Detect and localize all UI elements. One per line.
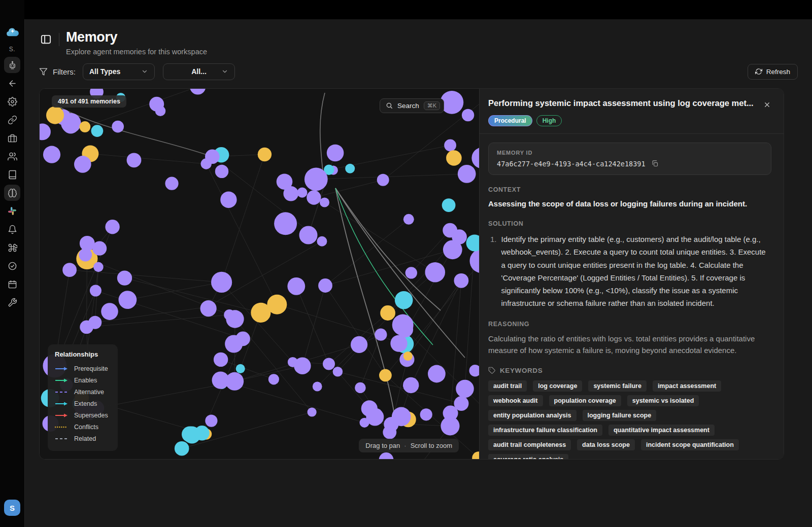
memory-node[interactable]: [403, 214, 414, 224]
sidebar-item-notifications[interactable]: [4, 221, 20, 237]
memory-node[interactable]: [236, 364, 245, 373]
memory-node[interactable]: [441, 416, 459, 435]
memory-node[interactable]: [274, 212, 297, 235]
memory-node[interactable]: [214, 352, 228, 366]
sidebar-item-workspace[interactable]: [4, 130, 20, 146]
memory-node[interactable]: [471, 147, 479, 168]
memory-node[interactable]: [469, 365, 480, 376]
memory-node[interactable]: [258, 147, 272, 161]
memory-node[interactable]: [470, 249, 480, 273]
sidebar-item-slack[interactable]: [4, 203, 20, 219]
memory-node[interactable]: [442, 198, 456, 212]
memory-node[interactable]: [397, 321, 413, 337]
memory-node[interactable]: [212, 371, 229, 389]
memory-node[interactable]: [202, 302, 212, 312]
memory-node[interactable]: [220, 191, 236, 207]
memory-node[interactable]: [211, 271, 232, 292]
memory-node[interactable]: [46, 106, 64, 124]
memory-node[interactable]: [112, 120, 124, 132]
memory-node[interactable]: [395, 291, 413, 309]
sidebar-item-calendar[interactable]: [4, 276, 20, 292]
memory-node[interactable]: [194, 426, 209, 440]
sidebar-item-notebook[interactable]: [4, 166, 20, 183]
memory-node[interactable]: [74, 156, 91, 173]
memory-node[interactable]: [308, 407, 317, 416]
memory-node[interactable]: [420, 408, 432, 420]
memory-node[interactable]: [268, 374, 279, 384]
sidebar-item-memory-active[interactable]: [4, 185, 20, 201]
memory-node[interactable]: [466, 234, 480, 251]
memory-node[interactable]: [355, 382, 365, 393]
memory-node[interactable]: [446, 150, 462, 166]
memory-node[interactable]: [93, 262, 104, 272]
memory-node[interactable]: [452, 229, 467, 244]
sidebar-item-tools[interactable]: [4, 294, 20, 310]
memory-node[interactable]: [43, 146, 60, 163]
memory-node[interactable]: [375, 328, 387, 340]
memory-node[interactable]: [462, 109, 474, 121]
memory-node[interactable]: [383, 425, 396, 439]
sidebar-item-settings[interactable]: [4, 93, 20, 110]
search-input[interactable]: Search ⌘K: [380, 98, 444, 113]
memory-node[interactable]: [90, 285, 101, 296]
memory-graph-canvas[interactable]: 491 of 491 memories Search ⌘K Relationsh…: [40, 89, 479, 459]
memory-node[interactable]: [287, 277, 305, 295]
memory-node[interactable]: [403, 377, 419, 393]
memory-node[interactable]: [403, 352, 413, 361]
memory-node[interactable]: [307, 190, 321, 204]
memory-node[interactable]: [62, 263, 77, 277]
memory-node[interactable]: [428, 365, 446, 382]
close-panel-button[interactable]: [761, 99, 772, 111]
memory-node[interactable]: [40, 123, 51, 140]
memory-node[interactable]: [117, 270, 132, 285]
memory-node[interactable]: [283, 186, 298, 201]
memory-node[interactable]: [225, 335, 243, 353]
memory-node[interactable]: [379, 452, 394, 459]
memory-node[interactable]: [297, 187, 307, 197]
memory-node[interactable]: [101, 303, 118, 320]
memory-node[interactable]: [127, 153, 142, 167]
memory-node[interactable]: [360, 417, 369, 427]
memory-node[interactable]: [472, 451, 479, 459]
memory-node[interactable]: [215, 164, 228, 178]
memory-node[interactable]: [79, 248, 92, 261]
memory-node[interactable]: [80, 320, 93, 334]
user-avatar[interactable]: S: [4, 500, 20, 516]
memory-node[interactable]: [294, 357, 311, 374]
memory-node[interactable]: [454, 396, 469, 411]
refresh-button[interactable]: Refresh: [748, 64, 798, 80]
memory-node[interactable]: [299, 226, 318, 244]
memory-node[interactable]: [313, 381, 322, 391]
memory-node[interactable]: [190, 89, 206, 95]
memory-node[interactable]: [456, 379, 474, 398]
memory-node[interactable]: [165, 177, 178, 190]
memory-node[interactable]: [318, 278, 332, 293]
memory-node[interactable]: [444, 139, 456, 151]
memory-node[interactable]: [304, 167, 328, 191]
memory-node[interactable]: [377, 173, 389, 186]
memory-node[interactable]: [351, 336, 367, 353]
app-logo-cloud-sparkle-icon[interactable]: [5, 26, 20, 39]
memory-node[interactable]: [327, 144, 344, 161]
memory-node[interactable]: [345, 163, 355, 173]
sidebar-item-commands[interactable]: [4, 239, 20, 256]
memory-node[interactable]: [458, 165, 476, 183]
memory-node[interactable]: [320, 197, 329, 207]
copy-memory-id-button[interactable]: [651, 160, 659, 167]
memory-node[interactable]: [105, 220, 119, 234]
memory-node[interactable]: [454, 273, 469, 288]
type-filter-select[interactable]: All Types: [83, 63, 155, 80]
memory-node[interactable]: [155, 106, 166, 116]
memory-node[interactable]: [205, 414, 217, 427]
memory-node[interactable]: [333, 367, 343, 377]
memory-node[interactable]: [323, 358, 335, 370]
memory-node[interactable]: [175, 441, 189, 456]
memory-node[interactable]: [390, 335, 407, 352]
memory-node[interactable]: [379, 369, 392, 381]
memory-node[interactable]: [425, 262, 446, 283]
memory-node[interactable]: [205, 149, 220, 164]
sidebar-item-people[interactable]: [4, 148, 20, 164]
memory-node[interactable]: [119, 291, 137, 309]
sidebar-item-tasks[interactable]: [4, 258, 20, 274]
memory-node[interactable]: [380, 305, 395, 321]
